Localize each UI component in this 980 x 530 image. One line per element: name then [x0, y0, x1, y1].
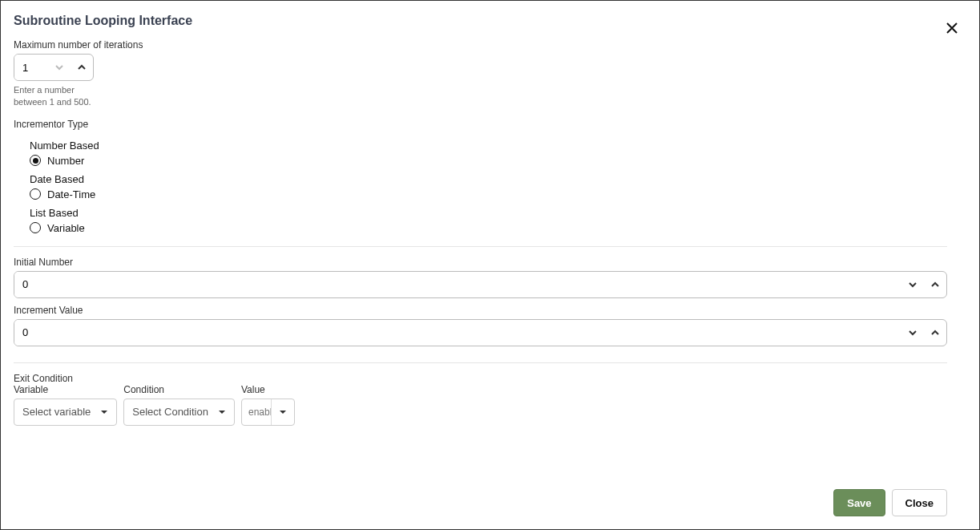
exit-condition-row: Variable Select variable Condition Selec… — [14, 384, 947, 426]
radio-dot-icon — [30, 155, 41, 166]
max-iterations-helper: Enter a number between 1 and 500. — [14, 84, 110, 108]
radio-datetime-label: Date-Time — [47, 188, 95, 200]
caret-down-icon — [218, 408, 226, 416]
group-heading-number-based: Number Based — [30, 140, 947, 152]
incrementor-type-label: Incrementor Type — [14, 119, 947, 130]
increment-value-spinner — [14, 319, 947, 346]
radio-number-label: Number — [47, 155, 84, 167]
exit-condition-field: Condition Select Condition — [123, 384, 235, 426]
initial-number-spinner — [14, 271, 947, 298]
save-button[interactable]: Save — [833, 489, 885, 516]
initial-number-field: Initial Number — [14, 257, 947, 298]
exit-variable-select[interactable]: Select variable — [14, 399, 117, 426]
incrementor-type-group: Number Based Number Date Based Date-Time… — [14, 133, 947, 237]
section-divider — [14, 246, 947, 247]
increment-value-label: Increment Value — [14, 305, 947, 316]
exit-condition-select[interactable]: Select Condition — [123, 399, 235, 426]
section-divider — [14, 362, 947, 363]
caret-down-icon — [279, 408, 287, 416]
exit-value-combo — [241, 399, 295, 426]
modal-footer: Save Close — [14, 479, 947, 516]
max-iterations-spinner — [14, 54, 94, 81]
exit-value-label: Value — [241, 384, 295, 395]
chevron-down-icon[interactable] — [48, 55, 71, 80]
radio-variable-label: Variable — [47, 222, 85, 234]
chevron-up-icon[interactable] — [924, 320, 946, 346]
exit-value-input[interactable] — [242, 407, 271, 418]
exit-value-field: Value — [241, 384, 295, 426]
exit-variable-label: Variable — [14, 384, 117, 395]
chevron-down-icon[interactable] — [901, 272, 924, 297]
max-iterations-label: Maximum number of iterations — [14, 39, 947, 51]
radio-dot-icon — [30, 188, 41, 200]
exit-variable-placeholder: Select variable — [22, 406, 91, 418]
initial-number-input[interactable] — [14, 272, 901, 297]
radio-dot-icon — [30, 222, 41, 233]
modal-title: Subroutine Looping Interface — [14, 14, 947, 28]
group-heading-date-based: Date Based — [30, 173, 947, 185]
group-heading-list-based: List Based — [30, 207, 947, 219]
chevron-up-icon[interactable] — [924, 272, 946, 297]
increment-value-input[interactable] — [14, 320, 901, 346]
increment-value-field: Increment Value — [14, 305, 947, 346]
exit-variable-field: Variable Select variable — [14, 384, 117, 426]
exit-value-dropdown[interactable] — [272, 408, 294, 416]
caret-down-icon — [100, 408, 108, 416]
exit-condition-sublabel: Condition — [123, 384, 235, 395]
radio-datetime[interactable]: Date-Time — [30, 188, 947, 200]
radio-number[interactable]: Number — [30, 155, 947, 167]
close-button[interactable]: Close — [892, 489, 947, 516]
initial-number-label: Initial Number — [14, 257, 947, 268]
close-icon[interactable] — [942, 18, 962, 38]
subroutine-looping-modal: Subroutine Looping Interface Maximum num… — [0, 0, 980, 530]
chevron-up-icon[interactable] — [71, 55, 93, 80]
radio-variable[interactable]: Variable — [30, 222, 947, 234]
exit-condition-label: Exit Condition — [14, 373, 947, 384]
exit-condition-placeholder: Select Condition — [132, 406, 208, 418]
max-iterations-input[interactable] — [14, 55, 48, 80]
max-iterations-field: Maximum number of iterations Enter a num… — [14, 39, 947, 108]
chevron-down-icon[interactable] — [901, 320, 924, 346]
